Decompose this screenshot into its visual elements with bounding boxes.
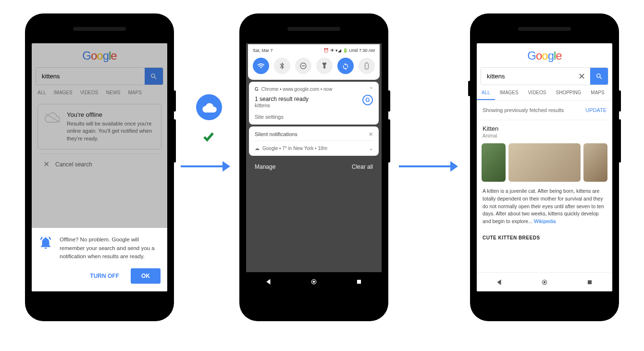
rotation-toggle[interactable] [337,58,354,74]
notification-silent-group: Silent notifications ✕ ☁ Google • 7° in … [249,126,379,156]
wifi-toggle[interactable] [253,58,269,74]
search-input[interactable] [481,68,573,85]
chrome-icon: G [255,87,259,92]
search-icon [595,73,603,80]
notification-prompt-sheet: Offline? No problem. Google will remembe… [32,228,167,291]
tab-news[interactable]: NEW [609,85,612,100]
power-button [388,90,390,112]
turn-off-button[interactable]: TURN OFF [84,269,125,283]
arrow-1 [181,165,229,167]
screen: Google ✕ ALL IMAGES VIDEOS SHOPPING MAPS… [477,43,612,291]
screen: Google ALL IMAGES VIDEOS NEWS MAPS You'r… [32,43,167,291]
tab-all[interactable]: ALL [477,85,495,100]
notif-subtitle: kittens [255,102,309,108]
collapse-icon[interactable]: ⌃ [369,87,373,92]
wikipedia-link[interactable]: Wikipedia [534,218,556,224]
arrow-2 [399,165,457,167]
tab-videos[interactable]: VIDEOS [523,85,551,100]
section-heading: CUTE KITTEN BREEDS [477,231,612,244]
clear-icon[interactable]: ✕ [573,71,590,82]
volume-button [619,119,621,163]
search-tabs: ALL IMAGES VIDEOS SHOPPING MAPS NEW [477,85,612,100]
home-icon[interactable] [541,279,548,286]
manage-button[interactable]: Manage [255,163,275,170]
volume-button [388,119,390,163]
volume-button [173,119,176,163]
cloud-online-badge [196,94,222,120]
image-thumb[interactable] [583,143,607,182]
image-carousel[interactable] [477,143,612,182]
knowledge-title: Kitten [477,120,612,133]
home-icon[interactable] [310,278,317,285]
notification-footer: Manage Clear all [246,158,382,176]
site-settings-action[interactable]: Site settings [255,114,373,120]
expand-icon[interactable]: ⌄ [369,146,373,151]
battery-icon [363,62,371,70]
android-navbar [477,272,612,291]
battery-toggle[interactable] [359,58,375,74]
weather-text: Google • 7° in New York • 18m [262,146,327,151]
tab-shopping[interactable]: SHOPPING [551,85,586,100]
silent-header: Silent notifications [255,131,297,138]
cached-results-banner: Showing previously fetched results UPDAT… [477,100,612,120]
dismiss-icon[interactable]: ✕ [369,131,373,138]
google-badge-icon: G [362,95,373,105]
notif-title: 1 search result ready [255,96,309,102]
sheet-message: Offline? No problem. Google will remembe… [60,236,161,261]
svg-point-7 [544,281,546,283]
notif-source: Chrome • www.google.com • now [261,87,333,92]
recents-icon[interactable] [356,278,362,285]
dnd-toggle[interactable] [295,58,311,74]
checkmark-icon [202,131,215,144]
update-button[interactable]: UPDATE [585,107,607,113]
search-bar: ✕ [481,67,608,85]
power-button [173,90,176,112]
cloud-icon: ☁ [255,146,260,151]
notification-chrome[interactable]: G Chrome • www.google.com • now ⌃ 1 sear… [249,82,379,125]
side-button [468,81,471,96]
svg-rect-8 [588,280,592,284]
bluetooth-toggle[interactable] [274,58,290,74]
bluetooth-icon [278,62,286,70]
svg-point-4 [313,281,315,283]
recents-icon[interactable] [586,279,593,286]
screen: Sat, Mar 7 ⏰ 👁 ▾◢ 🔋 Until 7:30 AM G Chro… [246,43,382,291]
flashlight-toggle[interactable] [316,58,333,74]
search-button[interactable] [590,68,608,85]
tab-images[interactable]: IMAGES [495,85,523,100]
wifi-icon [257,62,265,70]
knowledge-subtitle: Animal [477,133,612,143]
bell-icon [38,236,53,250]
tab-maps[interactable]: MAPS [586,85,609,100]
phone-offline-search: Google ALL IMAGES VIDEOS NEWS MAPS You'r… [25,13,174,321]
android-navbar [246,272,382,291]
back-icon[interactable] [265,278,272,285]
phone-notification-shade: Sat, Mar 7 ⏰ 👁 ▾◢ 🔋 Until 7:30 AM G Chro… [239,13,388,321]
image-thumb[interactable] [508,143,581,182]
power-button [619,90,621,112]
cached-text: Showing previously fetched results [483,107,564,113]
clear-all-button[interactable]: Clear all [352,163,373,170]
back-icon[interactable] [496,279,503,286]
svg-rect-5 [357,280,361,284]
status-right: ⏰ 👁 ▾◢ 🔋 Until 7:30 AM [323,48,375,53]
dnd-icon [299,62,307,70]
google-logo: Google [477,43,612,67]
phone-search-results: Google ✕ ALL IMAGES VIDEOS SHOPPING MAPS… [470,13,619,321]
cloud-icon [201,102,217,113]
ok-button[interactable]: OK [131,268,161,284]
rotation-icon [342,62,349,70]
quick-settings-panel: Sat, Mar 7 ⏰ 👁 ▾◢ 🔋 Until 7:30 AM [248,44,380,80]
knowledge-description: A kitten is a juvenile cat. After being … [477,182,612,231]
notification-weather[interactable]: ☁ Google • 7° in New York • 18m ⌄ [255,140,373,151]
status-date: Sat, Mar 7 [253,48,273,53]
image-thumb[interactable] [482,143,506,182]
flashlight-icon [321,62,328,70]
